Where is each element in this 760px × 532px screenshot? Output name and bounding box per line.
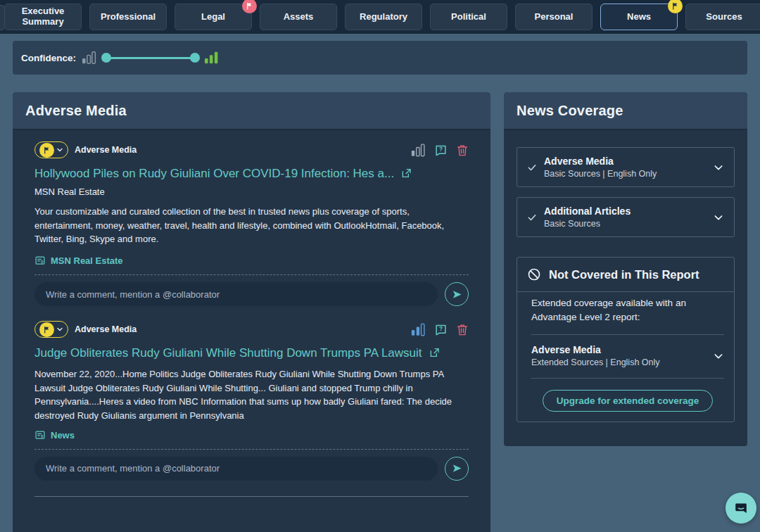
slider-handle-min[interactable] [101,53,111,63]
tab-assets[interactable]: Assets [260,4,337,30]
adverse-media-panel-body: Adverse Media ? [13,141,490,497]
panel-title: Adverse Media [25,103,127,119]
external-link-icon[interactable] [400,167,412,184]
article-snippet: November 22, 2020...Home Politics Judge … [34,367,454,423]
check-icon [527,213,537,222]
trash-icon[interactable] [456,323,469,336]
flag-category-dropdown[interactable] [34,321,68,338]
not-covered-item-subtitle: Extended Sources | English Only [531,357,713,367]
article-card: Adverse Media ? [34,141,469,306]
flag-badge-icon [668,0,683,13]
send-comment-button[interactable] [445,457,469,481]
article-title-text: Judge Obliterates Rudy Giuliani While Sh… [34,346,422,360]
chat-bubble-icon [733,500,749,516]
send-icon [451,462,463,474]
card-bottom-divider [34,496,469,497]
not-covered-box: Not Covered in This Report Extended cove… [517,257,735,422]
divider [531,334,724,335]
tab-label: News [627,12,651,23]
adverse-media-panel: Adverse Media Adverse Media [13,92,490,532]
report-tab-bar: Executive Summary Professional Legal Ass… [0,0,760,34]
news-source-icon [34,430,46,441]
tab-label: Personal [535,12,574,23]
news-coverage-panel: News Coverage Adverse Media Basic Source… [504,92,747,446]
article-title-link[interactable]: Judge Obliterates Rudy Giuliani While Sh… [34,345,464,362]
chevron-down-icon [713,350,724,362]
report-tabs: Executive Summary Professional Legal Ass… [4,4,760,30]
dotted-divider [34,449,469,450]
tab-sources[interactable]: Sources [685,4,760,30]
slider-track[interactable] [104,57,197,59]
comment-question-icon[interactable]: ? [434,323,448,336]
chevron-down-icon [713,162,724,173]
comment-input[interactable] [34,282,438,306]
tab-label: Executive Summary [5,6,81,27]
coverage-item-subtitle: Basic Sources | English Only [544,169,713,179]
article-source-link[interactable]: News [34,430,469,441]
no-symbol-icon [527,267,541,281]
confidence-label: Confidence: [21,53,76,63]
article-source-link[interactable]: MSN Real Estate [34,255,469,266]
article-source-name: MSN Real Estate [34,186,469,197]
chevron-down-icon [56,146,64,154]
not-covered-accordion-adverse-media[interactable]: Adverse Media Extended Sources | English… [531,344,724,367]
coverage-item-subtitle: Basic Sources [544,219,713,229]
confidence-low-bars-icon [82,51,97,65]
check-icon [527,163,537,172]
dotted-divider [34,274,469,275]
chat-launcher-button[interactable] [726,493,756,524]
card-category-label: Adverse Media [75,324,137,334]
chevron-down-icon [56,325,64,334]
confidence-filter-bar: Confidence: [13,41,747,75]
tab-label: Legal [201,12,225,23]
send-comment-button[interactable] [445,282,469,306]
coverage-accordion-additional-articles[interactable]: Additional Articles Basic Sources [517,197,735,237]
chevron-down-icon [713,212,724,223]
news-coverage-panel-body: Adverse Media Basic Sources | English On… [504,147,747,422]
article-title-link[interactable]: Hollywood Piles on Rudy Giuliani Over CO… [34,165,464,182]
tab-professional[interactable]: Professional [89,4,167,30]
tab-personal[interactable]: Personal [515,4,593,30]
tab-label: Assets [284,12,314,23]
confidence-range-slider[interactable] [104,53,197,63]
tab-label: Political [451,12,486,23]
not-covered-item-title: Adverse Media [531,344,713,355]
comment-question-icon[interactable]: ? [434,144,448,157]
tab-label: Professional [101,12,156,23]
tab-political[interactable]: Political [430,4,507,30]
tab-news-selected[interactable]: News [600,4,678,30]
tab-label: Sources [706,12,742,23]
slider-handle-max[interactable] [190,53,200,63]
source-link-label: News [51,430,75,441]
coverage-accordion-adverse-media[interactable]: Adverse Media Basic Sources | English On… [517,147,735,187]
svg-text:?: ? [439,146,443,153]
comment-input[interactable] [34,457,438,481]
flag-badge-icon [242,0,257,13]
card-category-label: Adverse Media [75,145,137,155]
not-covered-title: Not Covered in This Report [549,268,699,281]
news-source-icon [34,255,46,266]
coverage-item-title: Additional Articles [544,205,713,217]
trash-icon[interactable] [456,144,469,157]
tab-executive-summary[interactable]: Executive Summary [4,4,82,30]
coverage-item-title: Adverse Media [544,156,713,167]
article-card: Adverse Media ? [34,321,469,497]
adverse-media-panel-header: Adverse Media [13,92,490,130]
article-snippet: Your customizable and curated collection… [34,205,454,246]
upgrade-button[interactable]: Upgrade for extended coverage [543,390,714,412]
tab-regulatory[interactable]: Regulatory [345,4,422,30]
article-title-text: Hollywood Piles on Rudy Giuliani Over CO… [34,167,394,180]
flag-category-dropdown[interactable] [34,141,68,158]
panel-title: News Coverage [517,103,623,119]
tab-legal[interactable]: Legal [175,4,252,30]
tab-label: Regulatory [360,12,407,23]
external-link-icon[interactable] [429,346,440,363]
source-link-label: MSN Real Estate [51,255,123,266]
relevance-bar-chart-icon[interactable] [411,143,426,157]
svg-text:?: ? [439,325,443,332]
flag-icon [39,143,54,158]
relevance-bar-chart-icon[interactable] [411,322,426,336]
flag-icon [39,322,54,337]
news-coverage-panel-header: News Coverage [504,92,747,130]
divider [531,378,724,379]
